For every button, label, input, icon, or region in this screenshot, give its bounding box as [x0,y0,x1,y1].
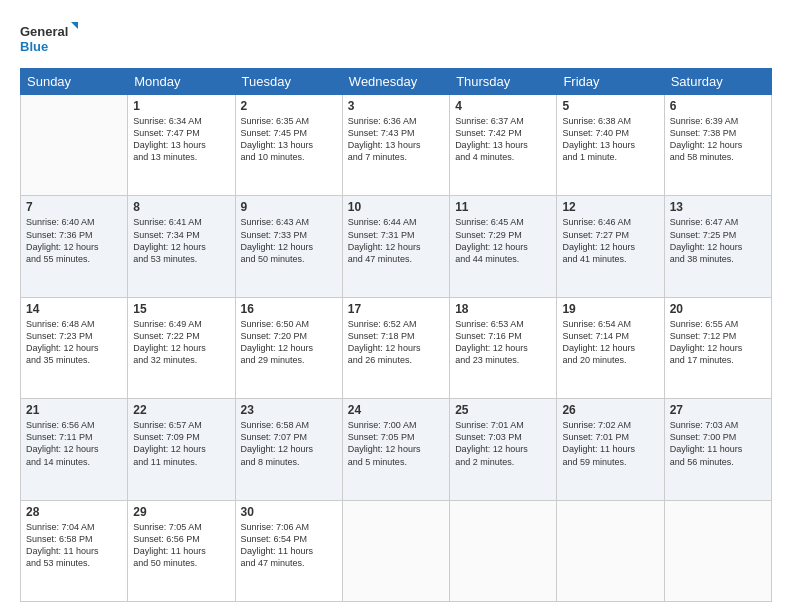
calendar-cell: 10Sunrise: 6:44 AM Sunset: 7:31 PM Dayli… [342,196,449,297]
calendar-cell [557,500,664,601]
calendar-cell: 18Sunrise: 6:53 AM Sunset: 7:16 PM Dayli… [450,297,557,398]
day-number: 26 [562,403,658,417]
calendar-cell: 8Sunrise: 6:41 AM Sunset: 7:34 PM Daylig… [128,196,235,297]
calendar-cell: 26Sunrise: 7:02 AM Sunset: 7:01 PM Dayli… [557,399,664,500]
cell-info: Sunrise: 6:58 AM Sunset: 7:07 PM Dayligh… [241,419,337,468]
calendar-cell: 28Sunrise: 7:04 AM Sunset: 6:58 PM Dayli… [21,500,128,601]
calendar-cell: 17Sunrise: 6:52 AM Sunset: 7:18 PM Dayli… [342,297,449,398]
calendar-week-5: 28Sunrise: 7:04 AM Sunset: 6:58 PM Dayli… [21,500,772,601]
calendar-cell: 19Sunrise: 6:54 AM Sunset: 7:14 PM Dayli… [557,297,664,398]
cell-info: Sunrise: 6:41 AM Sunset: 7:34 PM Dayligh… [133,216,229,265]
cell-info: Sunrise: 6:56 AM Sunset: 7:11 PM Dayligh… [26,419,122,468]
cell-info: Sunrise: 6:38 AM Sunset: 7:40 PM Dayligh… [562,115,658,164]
day-number: 27 [670,403,766,417]
calendar-cell: 20Sunrise: 6:55 AM Sunset: 7:12 PM Dayli… [664,297,771,398]
calendar-cell: 4Sunrise: 6:37 AM Sunset: 7:42 PM Daylig… [450,95,557,196]
day-number: 17 [348,302,444,316]
cell-info: Sunrise: 6:40 AM Sunset: 7:36 PM Dayligh… [26,216,122,265]
day-number: 8 [133,200,229,214]
cell-info: Sunrise: 6:43 AM Sunset: 7:33 PM Dayligh… [241,216,337,265]
day-number: 24 [348,403,444,417]
cell-info: Sunrise: 7:05 AM Sunset: 6:56 PM Dayligh… [133,521,229,570]
day-number: 30 [241,505,337,519]
day-number: 16 [241,302,337,316]
day-number: 25 [455,403,551,417]
day-number: 28 [26,505,122,519]
cell-info: Sunrise: 6:52 AM Sunset: 7:18 PM Dayligh… [348,318,444,367]
calendar-cell: 9Sunrise: 6:43 AM Sunset: 7:33 PM Daylig… [235,196,342,297]
cell-info: Sunrise: 7:00 AM Sunset: 7:05 PM Dayligh… [348,419,444,468]
calendar-cell: 13Sunrise: 6:47 AM Sunset: 7:25 PM Dayli… [664,196,771,297]
calendar-cell: 21Sunrise: 6:56 AM Sunset: 7:11 PM Dayli… [21,399,128,500]
day-number: 18 [455,302,551,316]
cell-info: Sunrise: 7:04 AM Sunset: 6:58 PM Dayligh… [26,521,122,570]
cell-info: Sunrise: 6:39 AM Sunset: 7:38 PM Dayligh… [670,115,766,164]
day-number: 21 [26,403,122,417]
cell-info: Sunrise: 7:02 AM Sunset: 7:01 PM Dayligh… [562,419,658,468]
day-number: 12 [562,200,658,214]
day-number: 23 [241,403,337,417]
calendar-cell: 27Sunrise: 7:03 AM Sunset: 7:00 PM Dayli… [664,399,771,500]
cell-info: Sunrise: 6:50 AM Sunset: 7:20 PM Dayligh… [241,318,337,367]
cell-info: Sunrise: 6:48 AM Sunset: 7:23 PM Dayligh… [26,318,122,367]
calendar-cell: 11Sunrise: 6:45 AM Sunset: 7:29 PM Dayli… [450,196,557,297]
svg-marker-1 [71,22,78,29]
cell-info: Sunrise: 6:54 AM Sunset: 7:14 PM Dayligh… [562,318,658,367]
svg-text:Blue: Blue [20,39,48,54]
day-number: 2 [241,99,337,113]
calendar-cell: 7Sunrise: 6:40 AM Sunset: 7:36 PM Daylig… [21,196,128,297]
calendar-cell: 24Sunrise: 7:00 AM Sunset: 7:05 PM Dayli… [342,399,449,500]
cell-info: Sunrise: 6:57 AM Sunset: 7:09 PM Dayligh… [133,419,229,468]
day-number: 4 [455,99,551,113]
calendar-cell: 3Sunrise: 6:36 AM Sunset: 7:43 PM Daylig… [342,95,449,196]
calendar-cell [664,500,771,601]
cell-info: Sunrise: 6:44 AM Sunset: 7:31 PM Dayligh… [348,216,444,265]
day-number: 1 [133,99,229,113]
day-number: 11 [455,200,551,214]
cell-info: Sunrise: 6:49 AM Sunset: 7:22 PM Dayligh… [133,318,229,367]
weekday-header-thursday: Thursday [450,69,557,95]
calendar-cell: 22Sunrise: 6:57 AM Sunset: 7:09 PM Dayli… [128,399,235,500]
day-number: 15 [133,302,229,316]
weekday-header-saturday: Saturday [664,69,771,95]
day-number: 6 [670,99,766,113]
cell-info: Sunrise: 7:01 AM Sunset: 7:03 PM Dayligh… [455,419,551,468]
cell-info: Sunrise: 7:03 AM Sunset: 7:00 PM Dayligh… [670,419,766,468]
cell-info: Sunrise: 6:55 AM Sunset: 7:12 PM Dayligh… [670,318,766,367]
day-number: 5 [562,99,658,113]
day-number: 13 [670,200,766,214]
weekday-header-wednesday: Wednesday [342,69,449,95]
cell-info: Sunrise: 6:53 AM Sunset: 7:16 PM Dayligh… [455,318,551,367]
calendar-cell [21,95,128,196]
day-number: 10 [348,200,444,214]
day-number: 9 [241,200,337,214]
cell-info: Sunrise: 6:35 AM Sunset: 7:45 PM Dayligh… [241,115,337,164]
calendar-week-4: 21Sunrise: 6:56 AM Sunset: 7:11 PM Dayli… [21,399,772,500]
cell-info: Sunrise: 7:06 AM Sunset: 6:54 PM Dayligh… [241,521,337,570]
weekday-header-row: SundayMondayTuesdayWednesdayThursdayFrid… [21,69,772,95]
cell-info: Sunrise: 6:34 AM Sunset: 7:47 PM Dayligh… [133,115,229,164]
cell-info: Sunrise: 6:45 AM Sunset: 7:29 PM Dayligh… [455,216,551,265]
weekday-header-tuesday: Tuesday [235,69,342,95]
calendar-cell: 2Sunrise: 6:35 AM Sunset: 7:45 PM Daylig… [235,95,342,196]
calendar-cell: 30Sunrise: 7:06 AM Sunset: 6:54 PM Dayli… [235,500,342,601]
calendar-cell: 5Sunrise: 6:38 AM Sunset: 7:40 PM Daylig… [557,95,664,196]
calendar-week-3: 14Sunrise: 6:48 AM Sunset: 7:23 PM Dayli… [21,297,772,398]
calendar-cell [342,500,449,601]
calendar-week-1: 1Sunrise: 6:34 AM Sunset: 7:47 PM Daylig… [21,95,772,196]
calendar-cell: 12Sunrise: 6:46 AM Sunset: 7:27 PM Dayli… [557,196,664,297]
calendar-cell: 14Sunrise: 6:48 AM Sunset: 7:23 PM Dayli… [21,297,128,398]
calendar-week-2: 7Sunrise: 6:40 AM Sunset: 7:36 PM Daylig… [21,196,772,297]
calendar-table: SundayMondayTuesdayWednesdayThursdayFrid… [20,68,772,602]
cell-info: Sunrise: 6:36 AM Sunset: 7:43 PM Dayligh… [348,115,444,164]
day-number: 19 [562,302,658,316]
calendar-cell: 25Sunrise: 7:01 AM Sunset: 7:03 PM Dayli… [450,399,557,500]
weekday-header-monday: Monday [128,69,235,95]
page: General Blue SundayMondayTuesdayWednesda… [0,0,792,612]
day-number: 14 [26,302,122,316]
day-number: 20 [670,302,766,316]
calendar-cell: 16Sunrise: 6:50 AM Sunset: 7:20 PM Dayli… [235,297,342,398]
weekday-header-friday: Friday [557,69,664,95]
cell-info: Sunrise: 6:37 AM Sunset: 7:42 PM Dayligh… [455,115,551,164]
calendar-cell: 29Sunrise: 7:05 AM Sunset: 6:56 PM Dayli… [128,500,235,601]
